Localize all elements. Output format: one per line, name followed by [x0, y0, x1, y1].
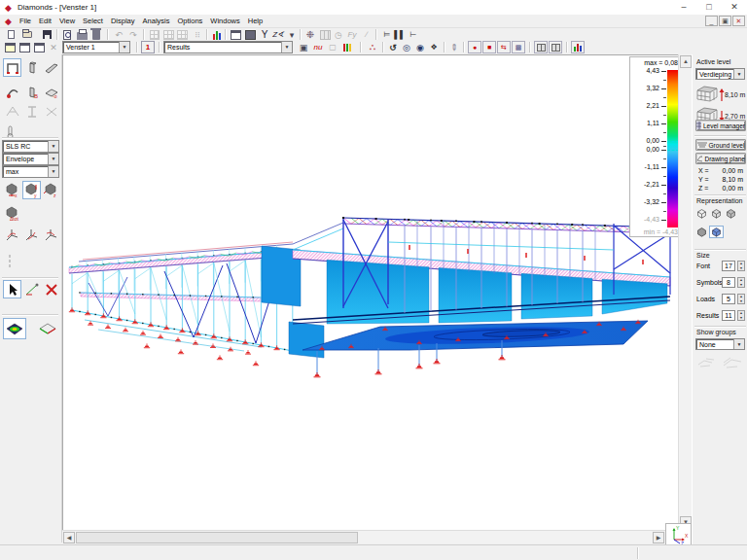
loads-size-spinner[interactable]: ▲▼	[737, 294, 745, 304]
active-level-selector[interactable]: Verdieping 3 ▼	[695, 68, 745, 80]
nu-button[interactable]: nu	[311, 41, 325, 53]
analysis-type-arrow[interactable]: ▼	[48, 141, 58, 152]
result-moment-x-button[interactable]	[3, 227, 21, 245]
window-selector[interactable]: Venster 1 ▼	[62, 41, 130, 53]
contour-plot-button[interactable]	[3, 318, 26, 339]
analysis-button[interactable]: ❉	[303, 28, 317, 41]
repr-hidden-button[interactable]	[709, 207, 724, 220]
result-deform-x-button[interactable]: x	[3, 181, 21, 199]
draw-slab-button[interactable]: -o	[42, 83, 60, 101]
table-button[interactable]	[318, 28, 332, 41]
select-cursor-button[interactable]	[3, 280, 21, 298]
loads-display-button[interactable]: Υ	[258, 28, 271, 41]
slab-results-button[interactable]	[36, 318, 59, 339]
forces-button[interactable]: Fy	[345, 28, 359, 41]
align-right-button[interactable]: ⊢	[407, 28, 420, 41]
zoom-out-button[interactable]: ◎	[400, 41, 413, 53]
ground-level-button[interactable]: Ground level	[695, 139, 746, 151]
delete-button[interactable]	[89, 28, 103, 41]
horizontal-scrollbar[interactable]: ◀ ▶	[62, 530, 665, 543]
drawing-plane-button[interactable]: Drawing plane	[695, 153, 746, 164]
open-button[interactable]	[20, 28, 34, 41]
result-option1-button[interactable]: ●	[468, 41, 481, 53]
new-button[interactable]	[4, 28, 18, 41]
envelope-selector[interactable]: Envelope ▼	[2, 153, 59, 165]
envelope-arrow[interactable]: ▼	[48, 154, 58, 164]
sigma-button[interactable]: ▢	[326, 41, 339, 53]
results-selector[interactable]: Results ▼	[163, 41, 293, 53]
show-groups-selector[interactable]: None ▼	[695, 338, 745, 350]
minimize-button[interactable]: –	[671, 0, 696, 15]
section-button[interactable]: ∕	[360, 28, 374, 41]
layers-button[interactable]	[210, 28, 224, 41]
result-moment-z-button[interactable]	[42, 227, 60, 245]
new-window-button[interactable]	[3, 41, 17, 53]
menu-edit[interactable]: Edit	[35, 17, 55, 25]
loads-size-value[interactable]: 5	[722, 294, 735, 304]
draw-truss-button[interactable]	[3, 102, 21, 121]
tile-horizontal-button[interactable]	[161, 28, 175, 41]
window-grid1-button[interactable]	[534, 41, 548, 53]
palette-button[interactable]	[340, 41, 354, 53]
zoom-fit-button[interactable]: ❖	[427, 41, 441, 53]
show-solid-button[interactable]	[243, 28, 257, 41]
window-grid2-button[interactable]	[549, 41, 562, 53]
result-option2-button[interactable]: ■	[482, 41, 496, 53]
menu-windows[interactable]: Windows	[206, 17, 243, 25]
rotate-view-button[interactable]: ↺	[386, 41, 400, 53]
menu-display[interactable]: Display	[107, 17, 139, 25]
level-up-row[interactable]	[695, 84, 726, 104]
grid-points-button[interactable]: ⁝⁝	[191, 28, 204, 41]
history-button[interactable]: ◷	[332, 28, 345, 41]
cascade-windows-button[interactable]	[175, 28, 189, 41]
repr-rendered-button[interactable]	[709, 226, 724, 238]
result-deform-total-button[interactable]: Δtot	[3, 204, 21, 223]
page-number-button[interactable]: 1	[141, 41, 155, 53]
pin-button[interactable]: ⛬	[366, 41, 379, 53]
undo-button[interactable]: ↶	[112, 28, 125, 41]
menu-select[interactable]: Select	[79, 17, 107, 25]
scroll-right-button[interactable]: ▶	[653, 532, 664, 543]
show-structure-button[interactable]	[229, 28, 242, 41]
symbols-size-spinner[interactable]: ▲▼	[737, 277, 745, 288]
extremum-selector[interactable]: max ▼	[2, 165, 59, 178]
chart-button[interactable]	[571, 41, 585, 53]
scroll-up-button[interactable]: ▲	[680, 55, 692, 68]
draw-brace-button[interactable]	[42, 102, 60, 121]
active-level-arrow[interactable]: ▼	[733, 69, 744, 79]
result-deform-z-button[interactable]: z	[42, 181, 60, 199]
thermal-button[interactable]	[3, 122, 17, 141]
measure-slope-button[interactable]	[22, 280, 41, 298]
results-size-spinner[interactable]: ▲▼	[737, 310, 745, 321]
font-size-spinner[interactable]: ▲▼	[737, 261, 745, 271]
vertical-scrollbar[interactable]: ▲ ▼	[678, 54, 692, 530]
results-size-value[interactable]: 11	[722, 310, 735, 321]
extremum-arrow[interactable]: ▼	[48, 166, 58, 177]
draw-profile-button[interactable]	[22, 102, 41, 121]
result-dashes-button[interactable]	[3, 251, 17, 269]
result-moment-y-button[interactable]	[22, 227, 41, 245]
result-option3-button[interactable]: ⇆	[497, 41, 511, 53]
mdi-close-button[interactable]: ✕	[732, 16, 745, 26]
print-preview-button[interactable]	[60, 28, 74, 41]
mdi-restore-button[interactable]: ▣	[719, 16, 731, 26]
draw-column-button[interactable]	[22, 58, 41, 77]
print-button[interactable]	[75, 28, 89, 41]
result-deform-y-button[interactable]: y	[22, 181, 41, 199]
measure-button[interactable]: ✎	[447, 41, 461, 53]
drop-button[interactable]: ▾	[285, 28, 299, 41]
duplicate-window-button[interactable]	[18, 41, 31, 53]
copy-window-button[interactable]	[32, 41, 46, 53]
draw-column-b-button[interactable]: B	[22, 83, 41, 101]
draw-beam-button[interactable]	[42, 58, 60, 77]
window-selector-arrow[interactable]: ▼	[119, 42, 129, 52]
show-groups-arrow[interactable]: ▼	[733, 339, 744, 349]
scroll-left-button[interactable]: ◀	[63, 532, 75, 543]
redo-button[interactable]: ↷	[126, 28, 140, 41]
repr-solid-button[interactable]	[694, 226, 709, 238]
menu-options[interactable]: Options	[173, 17, 206, 25]
save-button[interactable]	[40, 28, 53, 41]
align-left-button[interactable]: ⊨	[380, 28, 394, 41]
delete-selection-button[interactable]	[42, 280, 60, 298]
mdi-minimize-button[interactable]: _	[705, 16, 718, 26]
